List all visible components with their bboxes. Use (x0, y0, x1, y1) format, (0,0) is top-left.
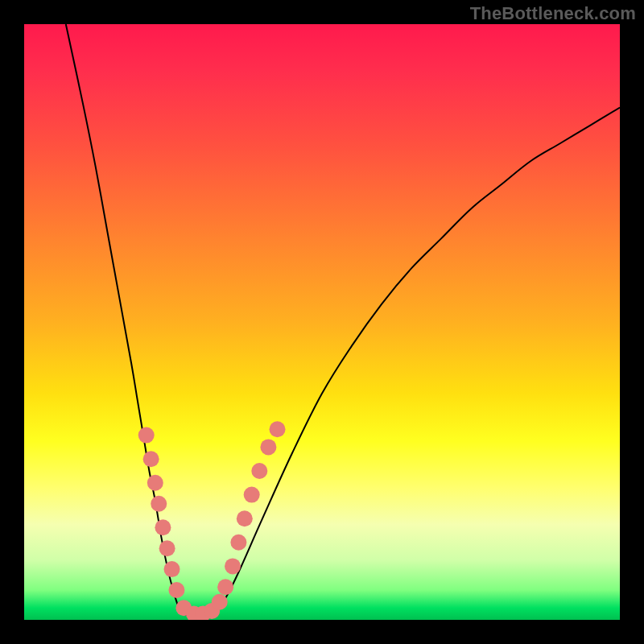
plot-area (24, 24, 620, 620)
dots-group (138, 421, 286, 620)
data-dot (155, 519, 171, 535)
data-dot (244, 487, 260, 503)
watermark-text: TheBottleneck.com (470, 3, 636, 24)
data-dot (151, 496, 167, 512)
data-dot (230, 535, 246, 551)
curves-group (66, 24, 620, 617)
data-dot (168, 582, 184, 598)
data-dot (138, 427, 155, 444)
data-dot (212, 594, 228, 610)
data-dot (251, 463, 267, 479)
data-dot (217, 579, 233, 595)
data-dot (164, 561, 180, 577)
data-dot (237, 510, 253, 526)
data-dot (143, 451, 159, 467)
outer-frame: TheBottleneck.com (0, 0, 644, 644)
data-dot (260, 439, 276, 455)
curve-layer (24, 24, 620, 620)
data-dot (225, 558, 241, 574)
data-dot (159, 540, 175, 556)
bottleneck-curve (66, 24, 620, 617)
data-dot (270, 421, 286, 437)
data-dot (147, 475, 163, 491)
